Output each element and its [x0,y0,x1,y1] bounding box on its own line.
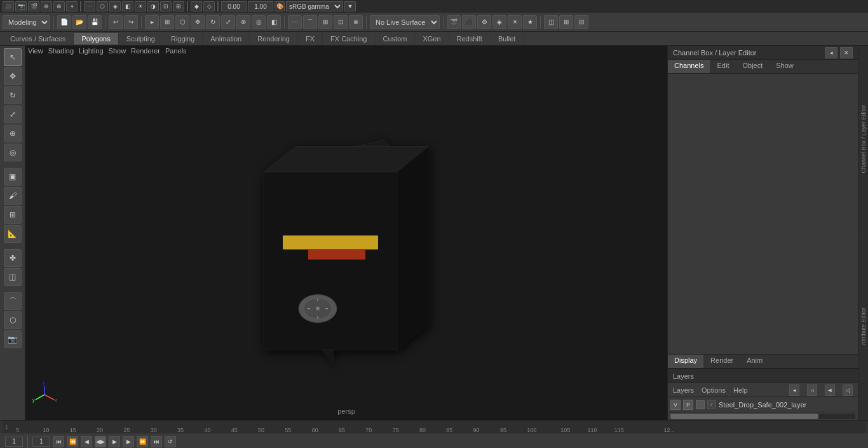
prev-frame-button[interactable]: ◀ [81,436,92,447]
layout-btn3[interactable]: ⊟ [574,15,588,29]
exposure-input[interactable]: 0.00 [221,1,247,11]
layout-btn1[interactable]: ◫ [544,15,558,29]
vp-tb-light[interactable]: ☀ [135,1,146,11]
open-file-button[interactable]: 📂 [72,15,86,29]
move-tool-left-button[interactable]: ✥ [4,67,22,85]
curve-tool-button[interactable]: ⌒ [4,292,22,310]
new-file-button[interactable]: 📄 [57,15,71,29]
tab-object[interactable]: Object [736,60,770,73]
timeline-ruler[interactable]: 1 5 10 15 20 25 30 35 40 45 50 55 60 65 … [0,421,868,433]
show-manipulator-button[interactable]: ✤ [4,249,22,267]
tab-sculpting[interactable]: Sculpting [119,33,163,44]
layer-type-btn[interactable]: ∕ [707,400,716,409]
vp-tb-aim[interactable]: ⊕ [41,1,52,11]
measure-button[interactable]: 📐 [4,225,22,243]
next-frame-button[interactable]: ▶ [123,436,134,447]
layer-visible-toggle[interactable]: V [670,400,681,410]
play-back-button[interactable]: ◀▶ [95,436,106,447]
layers-scrollbar[interactable] [670,414,855,419]
snap-view-button[interactable]: ⊡ [334,15,348,29]
ipr-button[interactable]: ⬛ [462,15,476,29]
render-button[interactable]: 🎬 [447,15,461,29]
rotate-tool-button[interactable]: ↻ [206,15,220,29]
step-back-button[interactable]: ⏪ [67,436,78,447]
new-layer-btn[interactable]: ◂ [789,384,799,396]
loop-button[interactable]: ↺ [165,436,176,447]
tab-redshift[interactable]: Redshift [449,33,491,44]
viewport-menu-panels[interactable]: Panels [165,47,187,55]
scrollbar-thumb[interactable] [670,414,818,419]
vp-tb-gimbal[interactable]: ⌖ [66,1,78,11]
snap-live-button[interactable]: ⊗ [349,15,363,29]
vp-tb-cam3[interactable]: 🎬 [28,1,39,11]
tab-anim[interactable]: Anim [740,355,770,368]
tab-polygons[interactable]: Polygons [74,33,118,44]
tab-show[interactable]: Show [770,60,801,73]
light-editor-button[interactable]: ☀ [508,15,522,29]
vp-tb-more[interactable]: ▼ [344,1,356,11]
go-start-button[interactable]: ⏮ [53,436,64,447]
vp-tb-grid[interactable]: ⋯ [84,1,95,11]
layer-options-btn[interactable]: ◄ [825,384,835,396]
viewport-3d[interactable]: View Shading Lighting Show Renderer Pane… [25,46,667,420]
layer-playback-toggle[interactable]: P [683,400,693,410]
snap-point-button[interactable]: ⊞ [318,15,332,29]
tab-fx[interactable]: FX [298,33,323,44]
gamma-input[interactable]: 1.00 [248,1,273,11]
poly-extrude-button[interactable]: ⬡ [4,311,22,329]
paint-ops-button[interactable]: 🖌 [4,187,22,205]
channel-box-edge-label[interactable]: Channel Box / Layer Editor [858,46,868,233]
tab-rigging[interactable]: Rigging [163,33,203,44]
go-end-button[interactable]: ⏭ [151,436,162,447]
layer-help-btn[interactable]: ◁ [843,384,853,396]
layers-menu-options[interactable]: Options [702,386,726,394]
soft-select-left-button[interactable]: ◎ [4,144,22,161]
tab-custom[interactable]: Custom [376,33,416,44]
layout-btn2[interactable]: ⊞ [559,15,573,29]
gamma-dropdown[interactable]: sRGB gamma [286,1,343,11]
select-mode-button[interactable]: ▸ [145,15,159,29]
vp-tb-cam2[interactable]: 📷 [15,1,27,11]
current-frame-input[interactable]: 1 [5,437,23,447]
snap-curve-button[interactable]: ⌒ [303,15,317,29]
component-select-button[interactable]: ▣ [4,168,22,186]
vp-tb-smooth[interactable]: ◈ [109,1,121,11]
vp-tb-xray[interactable]: ⊡ [160,1,172,11]
save-file-button[interactable]: 💾 [88,15,102,29]
undo-button[interactable]: ↩ [109,15,123,29]
tab-display[interactable]: Display [668,355,704,368]
play-forward-button[interactable]: ▶ [109,436,120,447]
tab-animation[interactable]: Animation [203,33,250,44]
scale-tool-button[interactable]: ⤢ [221,15,235,29]
step-forward-button[interactable]: ⏩ [137,436,148,447]
current-field1[interactable]: 1 [32,437,50,447]
viewport-menu-shading[interactable]: Shading [48,47,74,55]
soft-select-button[interactable]: ◎ [252,15,266,29]
select-tool-button[interactable]: ↖ [4,48,22,66]
snap-grid-button[interactable]: ⋯ [288,15,302,29]
layers-menu-layers[interactable]: Layers [673,386,694,394]
vp-tb-shadow[interactable]: ◑ [147,1,159,11]
color-space-btn[interactable]: 🎨 [275,1,285,11]
tab-rendering[interactable]: Rendering [250,33,298,44]
layer-color-swatch[interactable] [696,400,705,409]
render-settings-button[interactable]: ⚙ [477,15,491,29]
vp-tb-isolate[interactable]: ⊞ [173,1,184,11]
camera-button[interactable]: 📷 [4,330,22,348]
hypershade-button[interactable]: ◈ [492,15,506,29]
live-surface-dropdown[interactable]: No Live Surface [370,15,440,29]
fx-button[interactable]: ★ [523,15,537,29]
layers-menu-help[interactable]: Help [733,386,748,394]
attribute-editor-edge-label[interactable]: Attribute Editor [858,233,868,420]
vp-tb-cam1[interactable]: 🎥 [3,1,14,11]
tab-channels[interactable]: Channels [668,60,710,73]
snap-together-button[interactable]: ⊞ [4,206,22,224]
vp-tb-pivot[interactable]: ⊗ [53,1,65,11]
show-hide-button[interactable]: ◧ [267,15,281,29]
vp-tb-wireframe[interactable]: ⬡ [97,1,108,11]
new-layer-btn2[interactable]: ◃ [807,384,817,396]
tab-xgen[interactable]: XGen [415,33,449,44]
vp-tb-texture[interactable]: ◧ [122,1,133,11]
vp-tb-color1[interactable]: ◆ [191,1,202,11]
move-tool-button[interactable]: ✥ [191,15,205,29]
